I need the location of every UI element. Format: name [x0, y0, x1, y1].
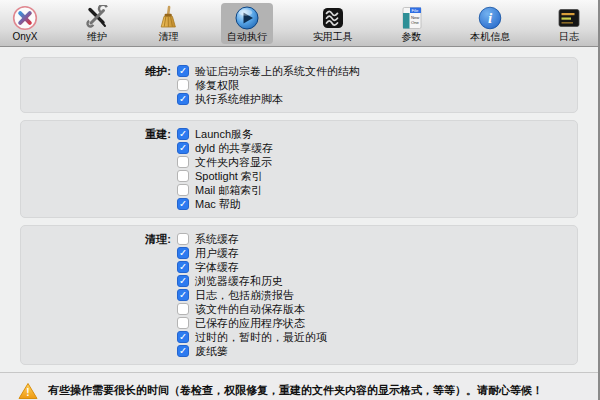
checkbox-row: Launch服务 — [177, 127, 567, 141]
checkbox-row: 过时的，暂时的，最近的项 — [177, 330, 567, 344]
warning-triangle-icon: ! — [18, 382, 38, 400]
checkbox-label: 文件夹内容显示 — [195, 155, 272, 169]
checkbox-row: 系统缓存 — [177, 232, 567, 246]
checkbox-row: 字体缓存 — [177, 260, 567, 274]
checkbox[interactable] — [177, 79, 189, 91]
section-rows: Launch服务 dyld 的共享缓存 文件夹内容显示 Spotlight 索引… — [177, 127, 567, 211]
warning-text: 有些操作需要很长的时间（卷检查，权限修复，重建的文件夹内容的显示格式，等等）。请… — [48, 383, 543, 398]
main-content: 维护: 验证启动宗卷上的系统文件的结构 修复权限 执行系统维护脚本 重建: La… — [0, 47, 598, 372]
utilities-wrenches-icon — [320, 5, 346, 31]
checkbox[interactable] — [177, 93, 189, 105]
toolbar: OnyX 维护 清理 自动执行 实用工具 FileNewOne 参数 i 本机信… — [0, 0, 598, 47]
checkbox-row: 废纸篓 — [177, 344, 567, 358]
checkbox-label: 废纸篓 — [195, 344, 228, 358]
toolbar-item-parameters[interactable]: FileNewOne 参数 — [393, 3, 431, 44]
info-icon: i — [477, 5, 503, 31]
checkbox[interactable] — [177, 247, 189, 259]
footer-warning-bar: ! 有些操作需要很长的时间（卷检查，权限修复，重建的文件夹内容的显示格式，等等）… — [0, 372, 598, 400]
checkbox[interactable] — [177, 128, 189, 140]
checkbox-row: 修复权限 — [177, 78, 567, 92]
toolbar-item-utilities[interactable]: 实用工具 — [307, 3, 359, 44]
svg-text:One: One — [411, 20, 420, 25]
checkbox[interactable] — [177, 275, 189, 287]
section-maintenance: 维护: 验证启动宗卷上的系统文件的结构 修复权限 执行系统维护脚本 — [20, 57, 578, 113]
checkbox-label: 已保存的应用程序状态 — [195, 316, 305, 330]
checkbox-label: Mail 邮箱索引 — [195, 183, 262, 197]
toolbar-item-onyx[interactable]: OnyX — [6, 3, 44, 44]
toolbar-item-logs[interactable]: 日志 — [550, 3, 588, 44]
onyx-logo-icon — [12, 5, 38, 31]
checkbox-label: 系统缓存 — [195, 232, 239, 246]
section-label: 重建: — [31, 127, 177, 211]
checkbox-row: 已保存的应用程序状态 — [177, 316, 567, 330]
checkbox-row: 浏览器缓存和历史 — [177, 274, 567, 288]
section-rows: 验证启动宗卷上的系统文件的结构 修复权限 执行系统维护脚本 — [177, 64, 567, 106]
checkbox[interactable] — [177, 65, 189, 77]
checkbox-row: Spotlight 索引 — [177, 169, 567, 183]
checkbox[interactable] — [177, 233, 189, 245]
checkbox-label: Spotlight 索引 — [195, 169, 263, 183]
checkbox-row: Mail 邮箱索引 — [177, 183, 567, 197]
svg-text:File: File — [411, 8, 418, 13]
toolbar-item-automation[interactable]: 自动执行 — [221, 3, 273, 44]
checkbox-row: 文件夹内容显示 — [177, 155, 567, 169]
broom-icon — [155, 5, 181, 31]
section-rebuild: 重建: Launch服务 dyld 的共享缓存 文件夹内容显示 Spotligh… — [20, 120, 578, 218]
checkbox[interactable] — [177, 289, 189, 301]
checkbox[interactable] — [177, 331, 189, 343]
checkbox-label: 执行系统维护脚本 — [195, 92, 283, 106]
checkbox[interactable] — [177, 317, 189, 329]
checkbox-label: 字体缓存 — [195, 260, 239, 274]
checkbox-label: Launch服务 — [195, 127, 253, 141]
checkbox-label: 验证启动宗卷上的系统文件的结构 — [195, 64, 360, 78]
onyx-window: { "app": {"title": "OnyX"}, "toolbar": {… — [0, 0, 600, 400]
checkbox-row: 用户缓存 — [177, 246, 567, 260]
checkbox-label: dyld 的共享缓存 — [195, 141, 273, 155]
checkbox[interactable] — [177, 303, 189, 315]
checkbox[interactable] — [177, 142, 189, 154]
checkbox[interactable] — [177, 198, 189, 210]
toolbar-item-system-info[interactable]: i 本机信息 — [464, 3, 516, 44]
toolbar-item-cleaning[interactable]: 清理 — [149, 3, 187, 44]
checkbox-label: Mac 帮助 — [195, 197, 241, 211]
checkbox[interactable] — [177, 156, 189, 168]
log-terminal-icon — [556, 5, 582, 31]
checkbox-label: 该文件的自动保存版本 — [195, 302, 305, 316]
checkbox-label: 修复权限 — [195, 78, 239, 92]
preferences-window-icon: FileNewOne — [399, 5, 425, 31]
section-cleaning: 清理: 系统缓存 用户缓存 字体缓存 浏览器缓存和历史 日志，包括崩溃报告 该文… — [20, 225, 578, 365]
checkbox-label: 浏览器缓存和历史 — [195, 274, 283, 288]
checkbox-row: Mac 帮助 — [177, 197, 567, 211]
toolbar-item-maintenance[interactable]: 维护 — [78, 3, 116, 44]
play-icon — [234, 5, 260, 31]
checkbox-row: 验证启动宗卷上的系统文件的结构 — [177, 64, 567, 78]
checkbox-row: dyld 的共享缓存 — [177, 141, 567, 155]
checkbox[interactable] — [177, 170, 189, 182]
svg-text:!: ! — [26, 387, 29, 398]
checkbox-label: 日志，包括崩溃报告 — [195, 288, 294, 302]
checkbox-label: 过时的，暂时的，最近的项 — [195, 330, 327, 344]
svg-text:New: New — [411, 15, 420, 20]
checkbox[interactable] — [177, 184, 189, 196]
checkbox-label: 用户缓存 — [195, 246, 239, 260]
section-rows: 系统缓存 用户缓存 字体缓存 浏览器缓存和历史 日志，包括崩溃报告 该文件的自动… — [177, 232, 567, 358]
checkbox-row: 该文件的自动保存版本 — [177, 302, 567, 316]
section-label: 维护: — [31, 64, 177, 106]
checkbox-row: 执行系统维护脚本 — [177, 92, 567, 106]
checkbox[interactable] — [177, 345, 189, 357]
checkbox-row: 日志，包括崩溃报告 — [177, 288, 567, 302]
section-label: 清理: — [31, 232, 177, 358]
maintenance-tools-icon — [84, 5, 110, 31]
checkbox[interactable] — [177, 261, 189, 273]
